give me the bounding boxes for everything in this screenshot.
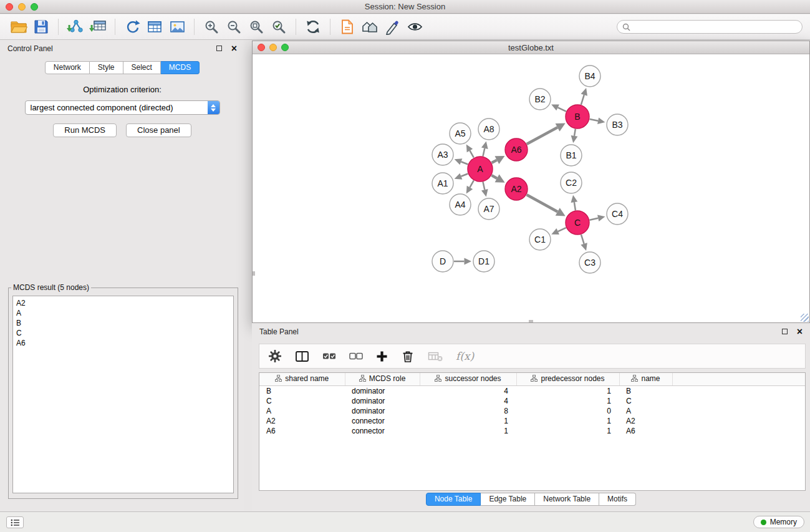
table-tab-network-table[interactable]: Network Table bbox=[535, 493, 599, 506]
node-table-row[interactable]: Cdominator41C bbox=[259, 396, 805, 406]
import-table-button[interactable] bbox=[87, 17, 109, 37]
network-minimize-button[interactable] bbox=[269, 44, 277, 51]
network-node-C4[interactable]: C4 bbox=[607, 203, 628, 225]
network-node-A5[interactable]: A5 bbox=[450, 123, 471, 144]
network-node-C[interactable]: C bbox=[566, 211, 589, 235]
column-header-predecessor-nodes[interactable]: predecessor nodes bbox=[516, 373, 619, 385]
network-node-A3[interactable]: A3 bbox=[432, 144, 453, 165]
new-table-button[interactable] bbox=[143, 17, 166, 37]
network-edge-A-A6[interactable] bbox=[492, 160, 497, 163]
network-graph[interactable]: B4B2BB3A8A5A6A3B1AA1C2A2A4A7C4CC1C3DD1 bbox=[253, 55, 809, 322]
network-edge-B-B4[interactable] bbox=[581, 95, 584, 105]
network-node-B[interactable]: B bbox=[566, 105, 589, 128]
delete-table-button[interactable] bbox=[428, 351, 443, 362]
network-edge-A2-C[interactable] bbox=[527, 195, 558, 211]
zoom-fit-button[interactable] bbox=[245, 17, 268, 37]
node-table-row[interactable]: A6connector11A6 bbox=[259, 426, 805, 436]
table-settings-button[interactable] bbox=[268, 349, 282, 363]
node-table-row[interactable]: A2connector11A2 bbox=[259, 416, 805, 426]
float-panel-icon[interactable] bbox=[216, 46, 222, 51]
zoom-selected-button[interactable] bbox=[268, 17, 290, 37]
tab-mcds[interactable]: MCDS bbox=[161, 61, 200, 74]
deselect-all-button[interactable] bbox=[349, 352, 363, 360]
open-session-button[interactable] bbox=[7, 17, 30, 37]
function-builder-button[interactable]: f(x) bbox=[456, 350, 474, 362]
add-column-button[interactable] bbox=[376, 351, 388, 362]
minimize-window-button[interactable] bbox=[18, 3, 26, 11]
table-tab-edge-table[interactable]: Edge Table bbox=[481, 493, 535, 506]
tab-style[interactable]: Style bbox=[90, 61, 123, 74]
show-columns-button[interactable] bbox=[295, 350, 309, 363]
network-edge-B-B1[interactable] bbox=[574, 129, 576, 136]
column-header-name[interactable]: name bbox=[619, 373, 672, 385]
network-node-A1[interactable]: A1 bbox=[432, 173, 453, 194]
home-button[interactable] bbox=[359, 17, 381, 37]
mcds-result-item[interactable]: A bbox=[16, 308, 233, 318]
network-node-A7[interactable]: A7 bbox=[478, 198, 499, 220]
network-edge-A6-B[interactable] bbox=[527, 127, 557, 144]
tab-network[interactable]: Network bbox=[45, 61, 90, 74]
search-input[interactable] bbox=[634, 22, 797, 31]
close-window-button[interactable] bbox=[6, 3, 13, 11]
network-window-titlebar[interactable]: testGlobe.txt bbox=[253, 41, 809, 54]
delete-column-button[interactable] bbox=[401, 350, 415, 363]
float-table-panel-icon[interactable] bbox=[782, 329, 788, 334]
toggle-visibility-button[interactable] bbox=[403, 17, 426, 37]
network-edge-A-A4[interactable] bbox=[470, 180, 473, 187]
network-edge-A-A3[interactable] bbox=[461, 162, 468, 164]
network-close-button[interactable] bbox=[258, 44, 265, 51]
network-node-B2[interactable]: B2 bbox=[529, 89, 551, 110]
network-zoom-button[interactable] bbox=[281, 44, 289, 51]
network-node-C2[interactable]: C2 bbox=[561, 172, 582, 193]
network-node-C1[interactable]: C1 bbox=[529, 229, 551, 250]
network-edge-A-A2[interactable] bbox=[491, 175, 497, 178]
network-canvas[interactable]: B4B2BB3A8A5A6A3B1AA1C2A2A4A7C4CC1C3DD1 bbox=[253, 55, 809, 322]
network-node-B3[interactable]: B3 bbox=[607, 114, 628, 135]
new-network-button[interactable] bbox=[121, 17, 143, 37]
panel-resize-notch[interactable] bbox=[529, 320, 533, 322]
network-edge-C-C3[interactable] bbox=[581, 235, 584, 244]
run-mcds-button[interactable]: Run MCDS bbox=[53, 123, 117, 137]
network-node-C3[interactable]: C3 bbox=[579, 252, 600, 273]
window-resize-grip[interactable] bbox=[801, 314, 809, 322]
mcds-result-item[interactable]: A6 bbox=[16, 338, 233, 348]
node-table-row[interactable]: Adominator80A bbox=[259, 406, 805, 416]
mcds-result-item[interactable]: A2 bbox=[16, 298, 233, 308]
close-panel-button[interactable]: Close panel bbox=[126, 123, 191, 137]
network-node-A2[interactable]: A2 bbox=[505, 178, 528, 200]
column-header-shared-name[interactable]: shared name bbox=[259, 373, 345, 385]
close-panel-icon[interactable]: × bbox=[231, 44, 237, 54]
network-node-B4[interactable]: B4 bbox=[579, 65, 600, 87]
export-image-button[interactable] bbox=[166, 17, 188, 37]
import-network-button[interactable] bbox=[64, 17, 87, 37]
mcds-result-item[interactable]: B bbox=[16, 318, 233, 328]
apply-layout-button[interactable] bbox=[302, 17, 324, 37]
network-node-D[interactable]: D bbox=[432, 251, 453, 272]
select-all-button[interactable] bbox=[322, 352, 336, 360]
network-edge-A-A7[interactable] bbox=[483, 182, 485, 190]
network-edge-C-C2[interactable] bbox=[574, 202, 576, 210]
network-node-D1[interactable]: D1 bbox=[473, 251, 494, 272]
criterion-dropdown[interactable]: largest connected component (directed) bbox=[25, 100, 220, 115]
network-edge-C-C4[interactable] bbox=[590, 218, 599, 220]
network-edge-A-A1[interactable] bbox=[461, 174, 468, 177]
zoom-in-button[interactable] bbox=[200, 17, 223, 37]
network-edge-B-B2[interactable] bbox=[558, 107, 566, 111]
zoom-window-button[interactable] bbox=[31, 3, 38, 11]
table-tab-motifs[interactable]: Motifs bbox=[599, 493, 636, 506]
zoom-out-button[interactable] bbox=[223, 17, 245, 37]
network-edge-B-B3[interactable] bbox=[590, 119, 599, 121]
network-node-A8[interactable]: A8 bbox=[478, 118, 499, 140]
annotation-pen-button[interactable] bbox=[381, 17, 403, 37]
status-list-button[interactable] bbox=[6, 516, 24, 528]
tab-select[interactable]: Select bbox=[123, 61, 161, 74]
close-table-panel-icon[interactable]: × bbox=[797, 327, 803, 337]
mcds-result-item[interactable]: C bbox=[16, 328, 233, 338]
network-node-B1[interactable]: B1 bbox=[561, 145, 582, 166]
network-edge-A-A5[interactable] bbox=[470, 150, 473, 157]
network-edge-A-A8[interactable] bbox=[483, 148, 485, 157]
network-edge-C-C1[interactable] bbox=[558, 228, 566, 231]
column-header-successor-nodes[interactable]: successor nodes bbox=[420, 373, 516, 385]
document-button[interactable] bbox=[336, 17, 359, 37]
memory-button[interactable]: Memory bbox=[753, 516, 804, 528]
